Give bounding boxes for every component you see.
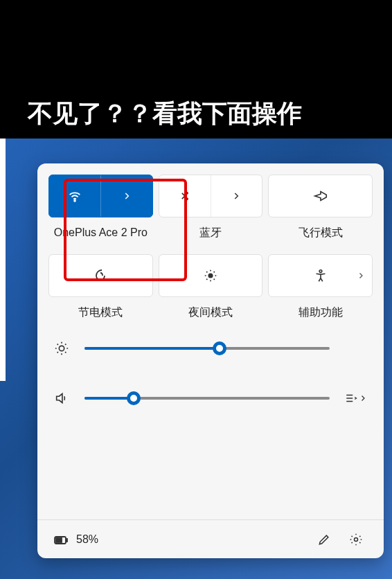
desktop-window-edge (0, 139, 6, 381)
volume-slider[interactable] (84, 397, 330, 400)
accessibility-tile-group: 辅助功能 (268, 254, 373, 320)
volume-icon (54, 391, 69, 406)
svg-point-0 (74, 200, 75, 202)
night-mode-tile[interactable] (159, 254, 263, 297)
tiles-row-2: 节电模式 夜间模式 辅助功能 (48, 254, 373, 320)
quick-settings-panel: OnePlus Ace 2 Pro 蓝牙 飞行模式 (37, 163, 384, 558)
wifi-toggle[interactable] (49, 175, 101, 217)
volume-thumb[interactable] (127, 391, 141, 405)
accessibility-tile[interactable] (268, 254, 373, 297)
gear-icon (349, 533, 363, 546)
airplane-tile[interactable] (268, 175, 373, 217)
night-mode-icon (203, 268, 218, 283)
wifi-icon (67, 188, 82, 204)
airplane-tile-group: 飞行模式 (268, 175, 373, 240)
tiles-row-1: OnePlus Ace 2 Pro 蓝牙 飞行模式 (48, 175, 373, 240)
brightness-icon (54, 341, 69, 356)
pencil-icon (317, 533, 331, 546)
chevron-right-icon (359, 394, 367, 402)
svg-point-3 (59, 346, 64, 350)
brightness-fill (84, 347, 220, 350)
audio-output-icon (345, 392, 357, 404)
volume-slider-row (48, 391, 373, 406)
wifi-expand[interactable] (101, 175, 152, 217)
svg-point-7 (355, 537, 358, 541)
settings-button[interactable] (344, 527, 368, 552)
brightness-thumb[interactable] (213, 341, 226, 355)
svg-point-2 (319, 270, 322, 273)
battery-saver-tile-group: 节电模式 (48, 254, 153, 320)
bluetooth-toggle[interactable] (159, 175, 211, 217)
battery-saver-label: 节电模式 (78, 305, 123, 320)
svg-rect-6 (66, 539, 67, 542)
airplane-label: 飞行模式 (299, 226, 343, 240)
panel-bottom-bar: 58% (37, 519, 384, 558)
accessibility-label: 辅助功能 (299, 305, 343, 320)
wifi-label: OnePlus Ace 2 Pro (54, 226, 148, 240)
night-mode-label: 夜间模式 (188, 305, 233, 320)
brightness-slider-row (48, 341, 373, 356)
accessibility-icon (313, 268, 328, 283)
battery-icon (53, 531, 69, 548)
svg-rect-5 (56, 538, 62, 542)
chevron-right-icon (122, 191, 132, 201)
bluetooth-tile-group: 蓝牙 (159, 175, 263, 240)
battery-percent: 58% (76, 533, 98, 546)
wifi-tile[interactable] (48, 175, 153, 217)
sliders-section (48, 341, 373, 406)
brightness-slider[interactable] (84, 347, 330, 350)
night-mode-tile-group: 夜间模式 (159, 254, 263, 320)
chevron-right-icon (231, 191, 241, 201)
chevron-right-icon (357, 271, 365, 280)
airplane-icon (313, 188, 328, 204)
edit-button[interactable] (312, 527, 337, 552)
video-caption: 不见了？？看我下面操作 (28, 97, 302, 131)
svg-point-1 (208, 274, 213, 278)
bluetooth-expand[interactable] (211, 175, 262, 217)
bluetooth-tile[interactable] (159, 175, 263, 217)
bluetooth-label: 蓝牙 (199, 226, 222, 240)
bluetooth-icon (178, 189, 192, 203)
battery-saver-icon (92, 267, 109, 284)
audio-output-expand[interactable] (342, 392, 370, 404)
wifi-tile-group: OnePlus Ace 2 Pro (48, 175, 153, 240)
battery-saver-tile[interactable] (48, 254, 153, 297)
